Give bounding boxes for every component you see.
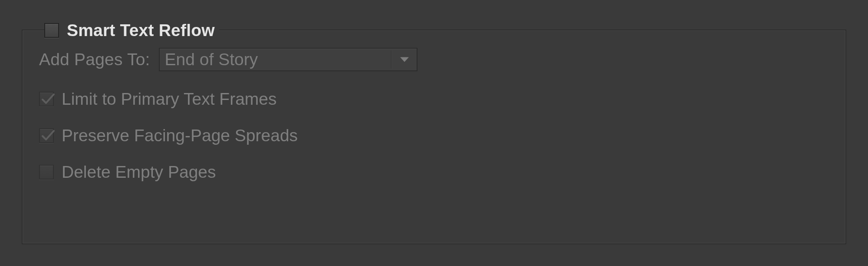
limit-primary-row: Limit to Primary Text Frames bbox=[39, 90, 829, 109]
smart-text-reflow-group: Smart Text Reflow Add Pages To: End of S… bbox=[22, 30, 846, 244]
add-pages-select[interactable]: End of Story bbox=[159, 48, 418, 71]
delete-empty-checkbox[interactable] bbox=[39, 165, 54, 180]
delete-empty-label: Delete Empty Pages bbox=[62, 163, 216, 182]
select-separator bbox=[391, 50, 391, 69]
preserve-spreads-label: Preserve Facing-Page Spreads bbox=[62, 126, 298, 145]
add-pages-label: Add Pages To: bbox=[39, 50, 150, 69]
group-title: Smart Text Reflow bbox=[67, 21, 215, 40]
smart-text-reflow-checkbox[interactable] bbox=[44, 23, 59, 38]
add-pages-value: End of Story bbox=[160, 48, 258, 71]
group-content: Add Pages To: End of Story Limit to Prim… bbox=[39, 48, 829, 239]
smart-text-reflow-panel: Smart Text Reflow Add Pages To: End of S… bbox=[0, 0, 868, 266]
delete-empty-row: Delete Empty Pages bbox=[39, 163, 829, 182]
preserve-spreads-checkbox[interactable] bbox=[39, 128, 54, 143]
add-pages-row: Add Pages To: End of Story bbox=[39, 48, 829, 71]
preserve-spreads-row: Preserve Facing-Page Spreads bbox=[39, 126, 829, 145]
limit-primary-checkbox[interactable] bbox=[39, 92, 54, 106]
chevron-down-icon bbox=[400, 57, 409, 62]
group-legend: Smart Text Reflow bbox=[44, 17, 219, 43]
limit-primary-label: Limit to Primary Text Frames bbox=[62, 90, 277, 109]
